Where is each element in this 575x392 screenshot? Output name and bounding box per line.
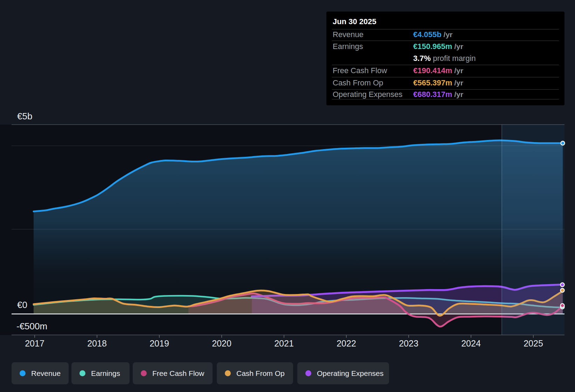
svg-text:-€500m: -€500m — [16, 321, 47, 331]
svg-text:2021: 2021 — [274, 338, 294, 348]
svg-text:2023: 2023 — [399, 338, 418, 348]
svg-text:€5b: €5b — [17, 111, 32, 121]
svg-text:2022: 2022 — [337, 338, 356, 348]
svg-text:2019: 2019 — [150, 338, 169, 348]
svg-text:2018: 2018 — [87, 338, 107, 348]
svg-text:€0: €0 — [17, 300, 27, 310]
svg-text:2017: 2017 — [25, 338, 44, 348]
svg-text:2025: 2025 — [524, 338, 543, 348]
svg-text:2020: 2020 — [212, 338, 231, 348]
svg-text:2024: 2024 — [461, 338, 481, 348]
